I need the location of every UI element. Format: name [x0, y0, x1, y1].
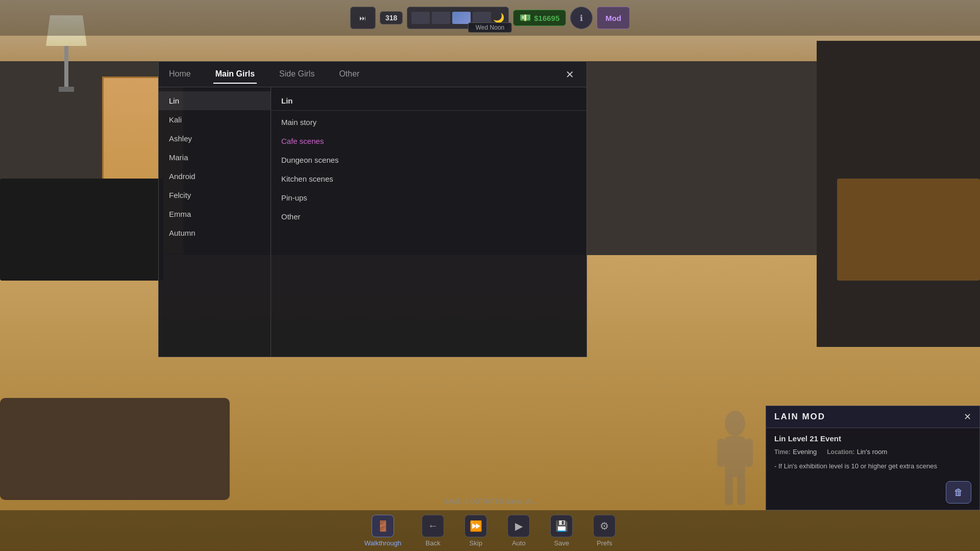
fast-forward-button[interactable]: ⏭	[350, 7, 376, 29]
prefs-icon: ⚙	[593, 515, 616, 537]
time-segment-3-active	[452, 12, 471, 24]
lain-mod-header: LAIN MOD ✕	[766, 406, 979, 428]
tab-side-girls[interactable]: Side Girls	[277, 65, 316, 84]
lain-mod-meta: Time: Evening Location: Lin's room	[774, 447, 971, 456]
lain-mod-time: Time: Evening	[774, 447, 817, 456]
char-item-felcity[interactable]: Felcity	[159, 186, 271, 205]
prefs-button[interactable]: ⚙ Prefs	[593, 515, 616, 547]
skip-icon: ⏩	[464, 515, 487, 537]
walkthrough-button[interactable]: 🚪 Walkthrough	[364, 515, 402, 547]
money-icon: 💵	[520, 12, 531, 23]
svg-rect-1	[725, 436, 745, 477]
mod-button[interactable]: Mod	[597, 7, 630, 29]
scene-other[interactable]: Other	[271, 207, 586, 226]
svg-rect-4	[725, 474, 733, 505]
char-item-emma[interactable]: Emma	[159, 205, 271, 223]
svg-rect-3	[745, 439, 753, 467]
panel-close-button[interactable]: ✕	[561, 66, 578, 83]
skip-label: Skip	[470, 539, 482, 547]
lain-mod-footer: 🗑	[766, 477, 979, 510]
piano-decoration	[0, 179, 163, 281]
svg-rect-2	[717, 439, 725, 467]
couch-decoration	[0, 398, 230, 500]
lamp-pole	[64, 46, 68, 87]
scene-pin-ups[interactable]: Pin-ups	[271, 188, 586, 207]
lain-mod-location: Location: Lin's room	[827, 447, 887, 456]
lain-mod-event-title: Lin Level 21 Event	[774, 434, 971, 443]
money-display: 💵 $16695	[513, 10, 566, 26]
auto-label: Auto	[512, 539, 526, 547]
tab-home[interactable]: Home	[167, 65, 193, 84]
back-icon: ←	[422, 515, 444, 537]
skip-button[interactable]: ⏩ Skip	[464, 515, 487, 547]
char-item-ashley[interactable]: Ashley	[159, 129, 271, 148]
lain-mod-body: Lin Level 21 Event Time: Evening Locatio…	[766, 428, 979, 478]
lain-mod-close-button[interactable]: ✕	[964, 411, 971, 422]
scene-cafe-scenes[interactable]: Cafe scenes	[271, 132, 586, 151]
lain-mod-delete-button[interactable]: 🗑	[946, 481, 971, 504]
day-counter: 318	[380, 11, 403, 24]
back-button[interactable]: ← Back	[422, 515, 444, 547]
tab-other[interactable]: Other	[337, 65, 361, 84]
lain-mod-title: LAIN MOD	[774, 412, 825, 422]
moon-icon: 🌙	[493, 12, 504, 23]
auto-button[interactable]: ▶ Auto	[507, 515, 530, 547]
panel-tabs: Home Main Girls Side Girls Other ✕	[159, 62, 586, 87]
char-item-maria[interactable]: Maria	[159, 148, 271, 167]
save-label: Save	[554, 539, 569, 547]
char-item-kali[interactable]: Kali	[159, 110, 271, 129]
panel-body: Lin Kali Ashley Maria Android Felcity Em…	[159, 87, 586, 357]
main-panel: Home Main Girls Side Girls Other ✕ Lin K…	[158, 61, 587, 357]
scene-kitchen-scenes[interactable]: Kitchen scenes	[271, 169, 586, 188]
lamp-base	[59, 87, 74, 92]
walkthrough-label: Walkthrough	[364, 539, 402, 547]
time-segment-1	[411, 12, 430, 24]
outdated-notice: GAME IS OUTDATED Game: v0...	[443, 498, 537, 505]
scene-main-story[interactable]: Main story	[271, 113, 586, 132]
fast-forward-icon: ⏭	[359, 14, 366, 22]
lain-mod-panel: LAIN MOD ✕ Lin Level 21 Event Time: Even…	[766, 406, 980, 511]
time-segment-2	[432, 12, 450, 24]
top-toolbar: ⏭ 318 🌙 💵 $16695 ℹ Mod Wed Noon	[0, 0, 980, 36]
lain-mod-description: - If Lin's exhibition level is 10 or hig…	[774, 461, 971, 471]
walkthrough-icon: 🚪	[372, 515, 394, 537]
char-item-android[interactable]: Android	[159, 167, 271, 186]
money-value: $16695	[534, 14, 559, 22]
char-item-lin[interactable]: Lin	[159, 91, 271, 110]
tab-main-girls[interactable]: Main Girls	[213, 65, 257, 84]
back-label: Back	[426, 539, 440, 547]
save-button[interactable]: 💾 Save	[550, 515, 573, 547]
counter-decoration	[837, 179, 980, 281]
svg-point-0	[725, 411, 745, 436]
auto-icon: ▶	[507, 515, 530, 537]
svg-rect-5	[737, 474, 745, 505]
scene-dungeon-scenes[interactable]: Dungeon scenes	[271, 151, 586, 169]
character-silhouette	[704, 408, 766, 510]
time-display: Wed Noon	[468, 22, 512, 33]
save-icon: 💾	[550, 515, 573, 537]
bottom-bar: 🚪 Walkthrough ← Back ⏩ Skip ▶ Auto 💾 Sav…	[0, 510, 980, 551]
character-list: Lin Kali Ashley Maria Android Felcity Em…	[159, 87, 271, 357]
scene-panel: Lin Main story Cafe scenes Dungeon scene…	[271, 87, 586, 357]
char-item-autumn[interactable]: Autumn	[159, 223, 271, 242]
info-button[interactable]: ℹ	[570, 7, 593, 29]
selected-char-header: Lin	[271, 91, 586, 111]
prefs-label: Prefs	[597, 539, 612, 547]
